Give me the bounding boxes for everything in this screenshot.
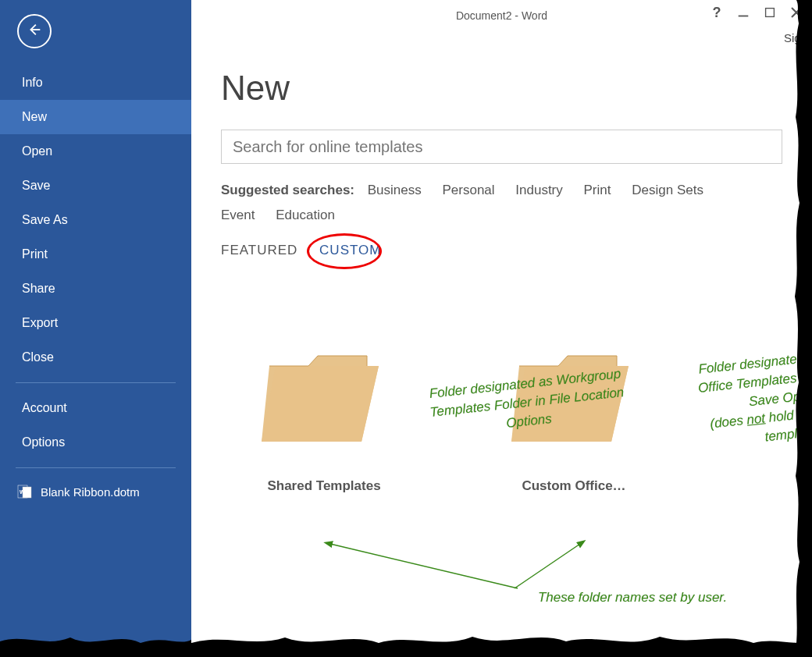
folder-label: Shared Templates [246,478,402,494]
sidebar-item-account[interactable]: Account [0,391,191,425]
sidebar-item-print[interactable]: Print [0,237,191,272]
svg-text:W: W [20,489,25,495]
sidebar-item-close[interactable]: Close [0,340,191,375]
window-title: Document2 - Word [456,9,547,22]
folder-label: Custom Office… [496,478,652,494]
maximize-button[interactable] [762,5,778,20]
folder-shared-templates[interactable]: Shared Templates [246,344,402,494]
template-search-box[interactable] [221,130,782,164]
folder-icon [262,344,386,446]
sidebar-item-save[interactable]: Save [0,169,191,203]
template-tabs: FEATURED CUSTOM [221,243,782,258]
sidebar-item-share[interactable]: Share [0,272,191,306]
tab-custom-label: CUSTOM [319,243,381,257]
backstage-content: Document2 - Word ? Sign New Suggested se… [191,0,812,657]
recent-template-item[interactable]: W Blank Ribbon.dotm [0,476,191,507]
sidebar-item-new[interactable]: New [0,100,191,134]
suggested-term-print[interactable]: Print [584,178,611,203]
word-doc-icon: W [17,484,33,499]
minimize-button[interactable] [735,5,751,20]
back-arrow-icon [26,21,43,41]
annotation-folder-names: These folder names set by user. [504,588,761,607]
torn-edge-bottom-sidebar [0,626,191,657]
annotation-arrow-right [510,540,588,595]
backstage-sidebar: Info New Open Save Save As Print Share E… [0,0,191,657]
tab-featured[interactable]: FEATURED [221,243,297,258]
folder-custom-office[interactable]: Custom Office… [496,344,652,494]
sidebar-item-export[interactable]: Export [0,306,191,340]
torn-edge-bottom [191,626,812,657]
window-titlebar: Document2 - Word ? [191,0,812,31]
annotation-arrow-left [322,540,525,595]
suggested-label: Suggested searches: [221,183,354,197]
sidebar-item-options[interactable]: Options [0,425,191,460]
svg-rect-5 [766,9,775,17]
suggested-searches: Suggested searches: Business Personal In… [221,178,782,229]
sidebar-separator-2 [16,467,176,468]
sidebar-item-save-as[interactable]: Save As [0,203,191,237]
back-button[interactable] [17,14,52,48]
svg-line-8 [330,544,518,588]
sidebar-item-open[interactable]: Open [0,134,191,169]
template-search-input[interactable] [233,138,771,156]
help-button[interactable]: ? [709,5,725,20]
template-folders: Shared Templates Custom Office… [246,344,812,494]
suggested-term-personal[interactable]: Personal [442,178,494,203]
torn-edge-right [789,0,812,657]
word-backstage-window: Info New Open Save Save As Print Share E… [0,0,812,657]
suggested-term-business[interactable]: Business [368,178,422,203]
page-title: New [221,69,812,108]
suggested-term-event[interactable]: Event [221,203,255,228]
suggested-term-design-sets[interactable]: Design Sets [632,178,703,203]
folder-icon [511,344,636,446]
recent-template-label: Blank Ribbon.dotm [41,485,140,499]
suggested-term-education[interactable]: Education [276,203,335,228]
svg-line-9 [515,544,580,588]
suggested-term-industry[interactable]: Industry [515,178,562,203]
tab-custom[interactable]: CUSTOM [319,243,381,258]
sidebar-separator [16,382,176,383]
sidebar-item-info[interactable]: Info [0,66,191,100]
